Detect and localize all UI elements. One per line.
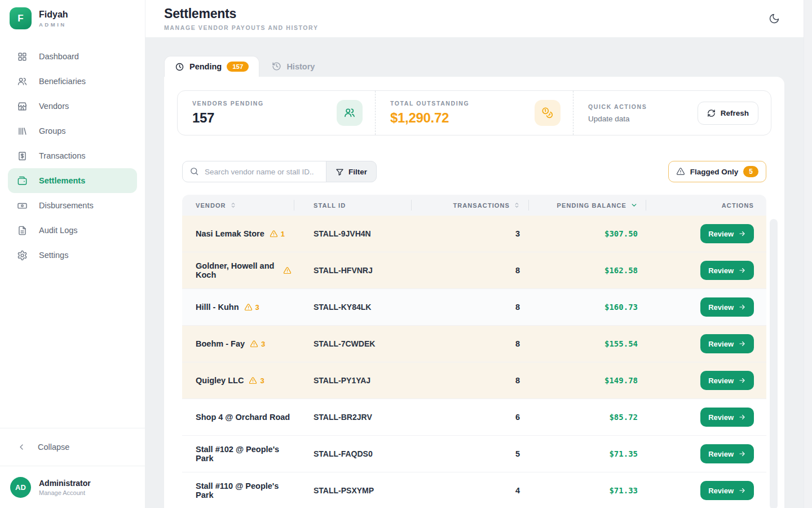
review-button[interactable]: Review [700, 444, 754, 463]
arrow-right-icon [738, 266, 746, 274]
pending-balance: $85.72 [529, 413, 646, 422]
flag-warning-icon [283, 266, 294, 275]
page-scrollbar[interactable] [804, 0, 812, 508]
filter-button[interactable]: Filter [326, 161, 377, 182]
sidebar-item-audit-logs[interactable]: Audit Logs [8, 218, 137, 243]
moon-icon [769, 13, 780, 24]
dark-mode-toggle[interactable] [766, 11, 782, 27]
stall-id: STALL-BR2JRV [294, 413, 412, 422]
vendor-name: Quigley LLC [196, 376, 244, 385]
column-header-transactions[interactable]: TRANSACTIONS [412, 195, 529, 216]
brand-name: Fidyah [39, 10, 68, 20]
page-subtitle: MANAGE VENDOR PAYOUTS AND HISTORY [164, 24, 319, 31]
flag-count: 3 [261, 340, 265, 348]
review-button[interactable]: Review [700, 224, 754, 243]
sidebar-item-label: Disbursements [39, 201, 94, 210]
transaction-count: 4 [412, 486, 529, 495]
pending-balance: $71.35 [529, 449, 646, 458]
transaction-count: 5 [412, 449, 529, 458]
sidebar-item-settings[interactable]: Settings [8, 243, 137, 268]
page-title: Settlements [164, 6, 319, 21]
receipt-dollar-icon [17, 151, 28, 161]
table-body: Nasi Lemak Store 1 STALL-9JVH4N 3 $307.5… [182, 216, 766, 508]
collapse-button[interactable]: Collapse [0, 428, 145, 466]
review-button[interactable]: Review [700, 481, 754, 500]
column-header-stall-id: STALL ID [294, 195, 412, 216]
table-scrollbar[interactable] [770, 219, 778, 508]
sort-icon [514, 202, 520, 208]
arrow-right-icon [738, 413, 746, 421]
flag-warning-icon: 1 [270, 230, 285, 238]
transaction-count: 8 [412, 303, 529, 312]
collapse-label: Collapse [38, 443, 69, 452]
sidebar-item-groups[interactable]: Groups [8, 119, 137, 143]
wallet-icon [17, 176, 28, 186]
review-label: Review [708, 340, 734, 348]
vendor-name: Stall #102 @ People's Park [196, 445, 294, 463]
tab-history[interactable]: History [259, 56, 327, 77]
user-account[interactable]: AD Administrator Manage Account [0, 466, 145, 508]
pending-balance: $149.78 [529, 376, 646, 385]
transaction-count: 6 [412, 413, 529, 422]
chevron-left-icon [17, 443, 26, 452]
column-header-vendor[interactable]: VENDOR [182, 195, 294, 216]
search-group: Filter [182, 161, 377, 182]
pending-balance: $307.50 [529, 229, 646, 238]
sidebar-item-label: Beneficiaries [39, 77, 86, 86]
pending-balance: $162.58 [529, 266, 646, 275]
table-header: VENDOR STALL ID TRANSACTIONS PENDING BAL… [182, 195, 766, 216]
flag-warning-icon: 3 [249, 376, 264, 385]
pending-count-badge: 157 [227, 62, 249, 72]
groups-icon [17, 126, 28, 137]
tab-pending[interactable]: Pending 157 [164, 56, 259, 77]
sidebar-item-beneficiaries[interactable]: Beneficiaries [8, 69, 137, 94]
sidebar-item-label: Dashboard [39, 52, 79, 61]
flagged-only-button[interactable]: Flagged Only 5 [668, 161, 766, 182]
content-area: Pending 157 History VENDORS PENDING 157 [145, 37, 804, 508]
table-row: Boehm - Fay 3 STALL-7CWDEK 8 $155.54 Rev… [182, 326, 766, 362]
review-button[interactable]: Review [700, 371, 754, 390]
pending-panel: VENDORS PENDING 157 TOTAL OUTSTANDING $1… [164, 77, 784, 508]
sidebar-item-dashboard[interactable]: Dashboard [8, 44, 137, 69]
flag-warning-icon: 3 [244, 303, 259, 312]
flag-warning-icon: 3 [250, 340, 265, 348]
vendor-name: Hilll - Kuhn [196, 303, 239, 312]
arrow-right-icon [738, 450, 746, 458]
review-button[interactable]: Review [700, 334, 754, 353]
review-label: Review [708, 230, 734, 238]
search-input[interactable] [182, 161, 326, 182]
sidebar-item-disbursements[interactable]: Disbursements [8, 193, 137, 218]
arrow-right-icon [738, 303, 746, 311]
stats-strip: VENDORS PENDING 157 TOTAL OUTSTANDING $1… [177, 90, 771, 135]
review-button[interactable]: Review [700, 297, 754, 317]
vendor-name: Stall #110 @ People's Park [196, 481, 294, 500]
sidebar-item-vendors[interactable]: Vendors [8, 94, 137, 119]
quick-actions-subtitle: Update data [588, 115, 647, 123]
arrow-right-icon [738, 487, 746, 494]
users-icon [337, 100, 363, 126]
stat-label: VENDORS PENDING [192, 100, 264, 107]
table-row: Stall #102 @ People's Park STALL-FAQDS0 … [182, 436, 766, 472]
user-name: Administrator [39, 479, 91, 488]
sidebar-item-transactions[interactable]: Transactions [8, 143, 137, 168]
column-label: PENDING BALANCE [557, 202, 626, 209]
clock-icon [175, 62, 184, 72]
column-header-pending-balance[interactable]: PENDING BALANCE [529, 195, 646, 216]
stall-id: STALL-PSXYMP [294, 486, 412, 495]
column-label: VENDOR [196, 202, 226, 209]
column-label: ACTIONS [722, 202, 754, 209]
table-row: Nasi Lemak Store 1 STALL-9JVH4N 3 $307.5… [182, 216, 766, 252]
review-label: Review [708, 450, 734, 458]
topbar: Settlements MANAGE VENDOR PAYOUTS AND HI… [145, 0, 804, 37]
table-row: Quigley LLC 3 STALL-PY1YAJ 8 $149.78 Rev… [182, 362, 766, 399]
review-button[interactable]: Review [700, 408, 754, 427]
table-row: Stall #110 @ People's Park STALL-PSXYMP … [182, 472, 766, 508]
review-button[interactable]: Review [700, 261, 754, 280]
flag-count: 1 [281, 230, 285, 238]
refresh-button[interactable]: Refresh [698, 102, 758, 125]
brand-logo: F [10, 7, 32, 29]
review-label: Review [708, 303, 734, 312]
sidebar-item-settlements[interactable]: Settlements [8, 168, 137, 193]
refresh-icon [707, 109, 716, 117]
funnel-icon [336, 168, 344, 176]
